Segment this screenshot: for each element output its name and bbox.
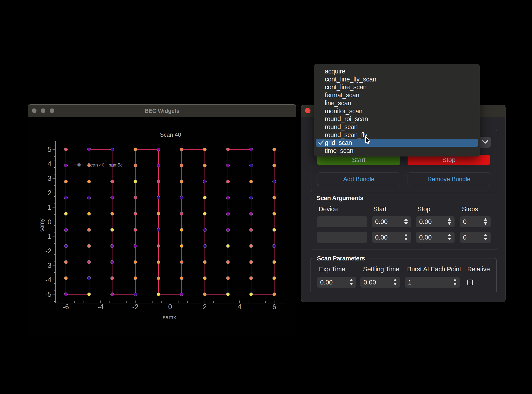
svg-text:-3: -3: [45, 262, 52, 269]
svg-text:-2: -2: [45, 247, 52, 255]
svg-text:3: 3: [48, 175, 52, 182]
svg-text:5: 5: [48, 145, 52, 153]
svg-text:2: 2: [48, 189, 52, 197]
svg-text:2: 2: [203, 303, 207, 311]
svg-text:4: 4: [238, 303, 241, 311]
svg-text:samx: samx: [163, 314, 176, 320]
svg-text:-4: -4: [45, 276, 52, 284]
svg-text:-1: -1: [45, 233, 52, 240]
svg-text:-2: -2: [132, 303, 139, 311]
svg-text:-6: -6: [63, 303, 69, 311]
svg-text:0: 0: [48, 218, 52, 226]
svg-text:-5: -5: [45, 290, 52, 298]
svg-text:Scan 40 - bpm5c: Scan 40 - bpm5c: [87, 162, 123, 167]
svg-text:-4: -4: [98, 303, 104, 311]
svg-text:samy: samy: [38, 218, 45, 232]
svg-text:4: 4: [48, 160, 52, 168]
svg-text:6: 6: [272, 303, 276, 311]
svg-text:1: 1: [48, 203, 52, 211]
svg-text:0: 0: [168, 303, 172, 311]
svg-text:Scan 40: Scan 40: [160, 131, 181, 138]
